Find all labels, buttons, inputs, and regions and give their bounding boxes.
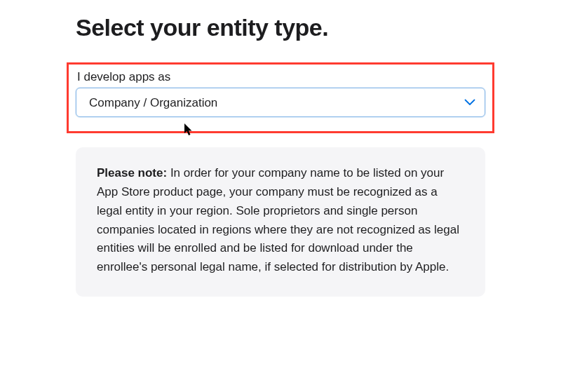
- note-text: Please note: In order for your company n…: [97, 164, 464, 277]
- note-prefix: Please note:: [97, 166, 167, 180]
- entity-type-select-wrapper: Company / Organization: [76, 88, 485, 117]
- note-box: Please note: In order for your company n…: [76, 147, 485, 297]
- main-container: Select your entity type. I develop apps …: [0, 0, 561, 297]
- entity-type-select[interactable]: Company / Organization: [76, 88, 485, 117]
- page-title: Select your entity type.: [76, 14, 485, 41]
- highlight-annotation: I develop apps as Company / Organization: [67, 62, 494, 133]
- entity-type-label: I develop apps as: [77, 70, 485, 84]
- note-body: In order for your company name to be lis…: [97, 166, 459, 273]
